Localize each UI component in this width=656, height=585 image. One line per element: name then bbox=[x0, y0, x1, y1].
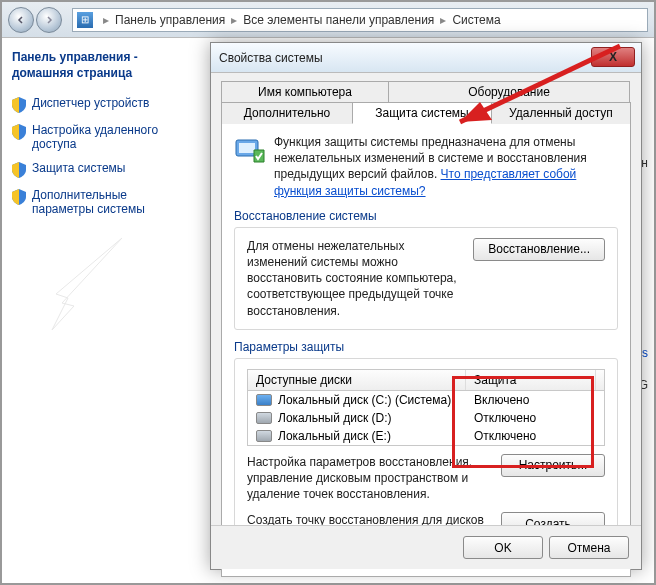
table-row[interactable]: Локальный диск (D:) Отключено bbox=[248, 409, 604, 427]
breadcrumb[interactable]: ⊞ ▸ Панель управления ▸ Все элементы пан… bbox=[72, 8, 648, 32]
breadcrumb-item[interactable]: Все элементы панели управления bbox=[243, 13, 434, 27]
disk-icon bbox=[256, 394, 272, 406]
restore-group: Для отмены нежелательных изменений систе… bbox=[234, 227, 618, 330]
protection-icon bbox=[234, 134, 266, 166]
sidebar-item-label: Диспетчер устройств bbox=[32, 96, 149, 110]
sidebar-item-label: Защита системы bbox=[32, 161, 125, 175]
disk-name: Локальный диск (D:) bbox=[278, 411, 392, 425]
forward-button[interactable] bbox=[36, 7, 62, 33]
system-properties-dialog: Свойства системы X Имя компьютера Оборуд… bbox=[210, 42, 642, 570]
disk-name: Локальный диск (E:) bbox=[278, 429, 391, 443]
chevron-right-icon: ▸ bbox=[97, 13, 115, 27]
group-label-protection: Параметры защиты bbox=[234, 340, 618, 354]
disk-status: Отключено bbox=[466, 427, 596, 445]
disk-icon bbox=[256, 412, 272, 424]
system-icon: ⊞ bbox=[77, 12, 93, 28]
cancel-button[interactable]: Отмена bbox=[549, 536, 629, 559]
disk-icon bbox=[256, 430, 272, 442]
header-drives: Доступные диски bbox=[248, 370, 466, 390]
sidebar-title[interactable]: Панель управления - bbox=[12, 50, 187, 64]
tab-remote[interactable]: Удаленный доступ bbox=[491, 102, 631, 124]
shield-icon bbox=[12, 97, 26, 113]
ok-button[interactable]: OK bbox=[463, 536, 543, 559]
group-label-restore: Восстановление системы bbox=[234, 209, 618, 223]
restore-description: Для отмены нежелательных изменений систе… bbox=[247, 238, 473, 319]
sidebar-item-label: Дополнительные параметры системы bbox=[32, 188, 187, 216]
tab-hardware[interactable]: Оборудование bbox=[388, 81, 630, 102]
intro-text: Функция защиты системы предназначена для… bbox=[274, 134, 618, 199]
sidebar-item-advanced-system[interactable]: Дополнительные параметры системы bbox=[12, 188, 187, 216]
svg-rect-1 bbox=[239, 143, 255, 153]
sidebar-item-label: Настройка удаленного доступа bbox=[32, 123, 187, 151]
disk-name: Локальный диск (C:) (Система) bbox=[278, 393, 451, 407]
sidebar-item-system-protection[interactable]: Защита системы bbox=[12, 161, 187, 178]
restore-button[interactable]: Восстановление... bbox=[473, 238, 605, 261]
sidebar-item-device-manager[interactable]: Диспетчер устройств bbox=[12, 96, 187, 113]
dialog-title: Свойства системы bbox=[219, 51, 323, 65]
disk-status: Включено bbox=[466, 391, 596, 409]
dialog-footer: OK Отмена bbox=[211, 525, 641, 569]
sidebar-subtitle[interactable]: домашняя страница bbox=[12, 66, 187, 80]
close-button[interactable]: X bbox=[591, 47, 635, 67]
back-button[interactable] bbox=[8, 7, 34, 33]
tab-panel: Функция защиты системы предназначена для… bbox=[221, 123, 631, 577]
disk-table[interactable]: Доступные диски Защита Локальный диск (C… bbox=[247, 369, 605, 446]
breadcrumb-item[interactable]: Система bbox=[452, 13, 500, 27]
chevron-right-icon: ▸ bbox=[434, 13, 452, 27]
shield-icon bbox=[12, 162, 26, 178]
close-icon: X bbox=[609, 50, 617, 64]
shield-icon bbox=[12, 124, 26, 140]
tab-system-protection[interactable]: Защита системы bbox=[352, 102, 492, 124]
tab-computer-name[interactable]: Имя компьютера bbox=[221, 81, 389, 102]
header-protection: Защита bbox=[466, 370, 596, 390]
titlebar: ⊞ ▸ Панель управления ▸ Все элементы пан… bbox=[2, 2, 654, 38]
sidebar-item-remote-access[interactable]: Настройка удаленного доступа bbox=[12, 123, 187, 151]
disk-status: Отключено bbox=[466, 409, 596, 427]
configure-description: Настройка параметров восстановления, упр… bbox=[247, 454, 501, 503]
table-header: Доступные диски Защита bbox=[248, 370, 604, 391]
configure-button[interactable]: Настроить... bbox=[501, 454, 605, 477]
shield-icon bbox=[12, 189, 26, 205]
table-row[interactable]: Локальный диск (C:) (Система) Включено bbox=[248, 391, 604, 409]
sidebar: Панель управления - домашняя страница Ди… bbox=[2, 38, 197, 583]
table-row[interactable]: Локальный диск (E:) Отключено bbox=[248, 427, 604, 445]
chevron-right-icon: ▸ bbox=[225, 13, 243, 27]
dialog-titlebar[interactable]: Свойства системы X bbox=[211, 43, 641, 73]
tab-advanced[interactable]: Дополнительно bbox=[221, 102, 353, 124]
breadcrumb-item[interactable]: Панель управления bbox=[115, 13, 225, 27]
